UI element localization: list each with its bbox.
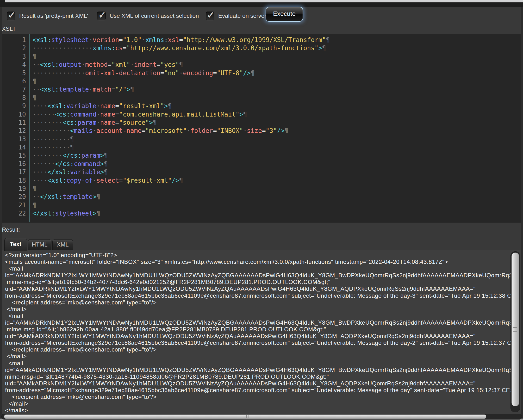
line-number: 22 xyxy=(2,209,29,218)
result-line: <mail xyxy=(5,313,511,319)
scrollbar-grip-icon xyxy=(513,327,517,331)
editor-gutter: 12345678910111213141516171819202122 xyxy=(2,34,29,222)
window-dark-band xyxy=(0,2,523,7)
line-number: 10 xyxy=(2,110,29,118)
line-number: 9 xyxy=(2,102,29,110)
xslt-editor-label: XSLT xyxy=(2,25,16,32)
line-number: 2 xyxy=(2,44,29,52)
result-line: <recipient address="mko@censhare.com" ty… xyxy=(5,299,511,306)
result-text-lines[interactable]: <?xml version="1.0" encoding="UTF-8"?><m… xyxy=(5,252,511,414)
result-line: <?xml version="1.0" encoding="UTF-8"?> xyxy=(5,252,511,258)
checkbox-label: Use XML of current asset selection xyxy=(110,13,199,19)
code-line[interactable]: ······<cs:command·name="com.censhare.api… xyxy=(33,110,521,118)
checkbox-item: ✓Result as 'pretty-print XML' xyxy=(7,12,97,20)
result-line: uid="AAMkADRkNDM1Y2IxLWY1MWYtNDAwNy1hMDU… xyxy=(5,333,511,339)
result-line: <mail xyxy=(5,265,511,272)
result-line: mime-msg-id="&lt;1b862a2b-00aa-42a1-880f… xyxy=(5,326,511,333)
line-number: 1 xyxy=(2,36,29,44)
editor-code-lines[interactable]: <xsl:stylesheet·version="1.0"·xmlns:xsl=… xyxy=(30,34,521,222)
vertical-scrollbar-thumb[interactable] xyxy=(511,252,519,406)
line-number: 15 xyxy=(2,151,29,160)
line-number: 11 xyxy=(2,118,29,127)
line-number: 5 xyxy=(2,69,29,77)
result-line: id="AAMkADRkNDM1Y2IxLWY1MWYtNDAwNy1hMDU1… xyxy=(5,319,511,326)
result-line: from-address="MicrosoftExchange329e71ec8… xyxy=(5,292,511,299)
result-line: id="AAMkADRkNDM1Y2IxLWY1MWYtNDAwNy1hMDU1… xyxy=(5,272,511,279)
result-line: </mail> xyxy=(5,400,511,407)
checkbox[interactable]: ✓ xyxy=(206,12,214,20)
result-line: <recipient address="mko@censhare.com" ty… xyxy=(5,346,511,353)
checkbox-item: ✓Use XML of current asset selection xyxy=(97,12,206,20)
checkmark-icon: ✓ xyxy=(98,10,106,20)
window-top-notch xyxy=(0,0,5,2)
result-label: Result: xyxy=(2,226,20,233)
toolbar-checkbox-group: ✓Result as 'pretty-print XML'✓Use XML of… xyxy=(7,9,265,23)
window-left-edge xyxy=(0,7,2,420)
tab-xml[interactable]: XML xyxy=(52,239,73,250)
window-top-strip xyxy=(0,0,523,2)
result-line: </mail> xyxy=(5,306,511,313)
line-number: 13 xyxy=(2,135,29,143)
line-number: 18 xyxy=(2,176,29,185)
checkbox-item: ✓Evaluate on server xyxy=(206,12,265,20)
code-line[interactable]: ····</xsl:variable>¶ xyxy=(33,168,521,176)
execute-button[interactable]: Execute xyxy=(266,7,303,22)
code-line[interactable]: ¶ xyxy=(33,52,521,61)
checkbox-label: Evaluate on server xyxy=(218,13,266,19)
code-line[interactable]: ················xmlns:cs="http://www.cen… xyxy=(33,44,521,52)
result-line: </mail> xyxy=(5,353,511,360)
line-number: 21 xyxy=(2,201,29,209)
code-line[interactable]: <xsl:stylesheet·version="1.0"·xmlns:xsl=… xyxy=(33,36,521,44)
checkbox[interactable]: ✓ xyxy=(7,12,15,20)
result-output-panel[interactable]: <?xml version="1.0" encoding="UTF-8"?><m… xyxy=(2,250,522,414)
tab-text[interactable]: Text xyxy=(4,238,27,250)
line-number: 20 xyxy=(2,193,29,201)
code-line[interactable]: ····<xsl:variable·name="result-xml">¶ xyxy=(33,102,521,110)
result-line: from-address="MicrosoftExchange329e71ec8… xyxy=(5,387,511,394)
code-line[interactable]: ········<cs:param·name="source">¶ xyxy=(33,118,521,127)
code-line[interactable]: ··<xsl:output·method="xml"·indent="yes"¶ xyxy=(33,61,521,69)
line-number: 8 xyxy=(2,94,29,102)
line-number: 4 xyxy=(2,61,29,69)
line-number: 6 xyxy=(2,77,29,85)
code-line[interactable]: ··········¶ xyxy=(33,143,521,151)
xslt-test-window: ✓Result as 'pretty-print XML'✓Use XML of… xyxy=(0,0,523,420)
result-line: uid="AAMkADRkNDM1Y2IxLWY1MWYtNDAwNy1hMDU… xyxy=(5,285,511,292)
scrollbar-grip-icon xyxy=(245,415,249,418)
result-line: uid="AAMkADRkNDM1Y2IxLWY1MWYtNDAwNy1hMDU… xyxy=(5,380,511,387)
line-number: 14 xyxy=(2,143,29,151)
code-line[interactable]: ··<xsl:template·match="/">¶ xyxy=(33,85,521,93)
code-line[interactable]: ····<xsl:copy-of·select="$result-xml"/>¶ xyxy=(33,176,521,185)
result-line: <recipient address="mko@censhare.com" ty… xyxy=(5,394,511,400)
result-line: mime-msg-id="&lt;eb19fc50-34b2-4077-8dc6… xyxy=(5,279,511,285)
tab-html[interactable]: HTML xyxy=(28,239,51,250)
vertical-scrollbar-track[interactable] xyxy=(510,251,520,412)
horizontal-scrollbar-thumb[interactable] xyxy=(4,414,486,419)
code-line[interactable]: ¶ xyxy=(33,94,521,102)
code-line[interactable]: ··········<mails·account-name="microsoft… xyxy=(33,127,521,135)
line-number: 16 xyxy=(2,160,29,168)
horizontal-scrollbar-track[interactable] xyxy=(1,414,522,420)
line-number: 17 xyxy=(2,168,29,176)
line-number: 3 xyxy=(2,52,29,61)
xslt-code-editor[interactable]: 12345678910111213141516171819202122 <xsl… xyxy=(2,34,521,223)
checkbox-label: Result as 'pretty-print XML' xyxy=(19,13,88,19)
code-line[interactable]: ········</cs:param>¶ xyxy=(33,151,521,160)
result-line: mime-msg-id="&lt;148774b4-9875-4330-aa18… xyxy=(5,373,511,380)
code-line[interactable]: </xsl:stylesheet>¶ xyxy=(33,209,521,218)
checkbox[interactable]: ✓ xyxy=(97,12,106,20)
checkmark-icon: ✓ xyxy=(207,10,215,20)
code-line[interactable]: ¶ xyxy=(33,185,521,193)
result-line: <mail xyxy=(5,360,511,367)
code-line[interactable]: ¶ xyxy=(33,201,521,209)
code-line[interactable]: ¶ xyxy=(33,77,521,85)
line-number: 19 xyxy=(2,185,29,193)
result-line: </mails> xyxy=(5,407,511,414)
line-number: 7 xyxy=(2,85,29,93)
code-line[interactable]: ··············omit-xml-declaration="no"·… xyxy=(33,69,521,77)
result-line: id="AAMkADRkNDM1Y2IxLWY1MWYtNDAwNy1hMDU1… xyxy=(5,367,511,373)
code-line[interactable]: ······</cs:command>¶ xyxy=(33,160,521,168)
result-line: <mails account-name="microsoft" folder="… xyxy=(5,258,511,265)
code-line[interactable]: ··········¶ xyxy=(33,135,521,143)
code-line[interactable]: ··</xsl:template>¶ xyxy=(33,193,521,201)
